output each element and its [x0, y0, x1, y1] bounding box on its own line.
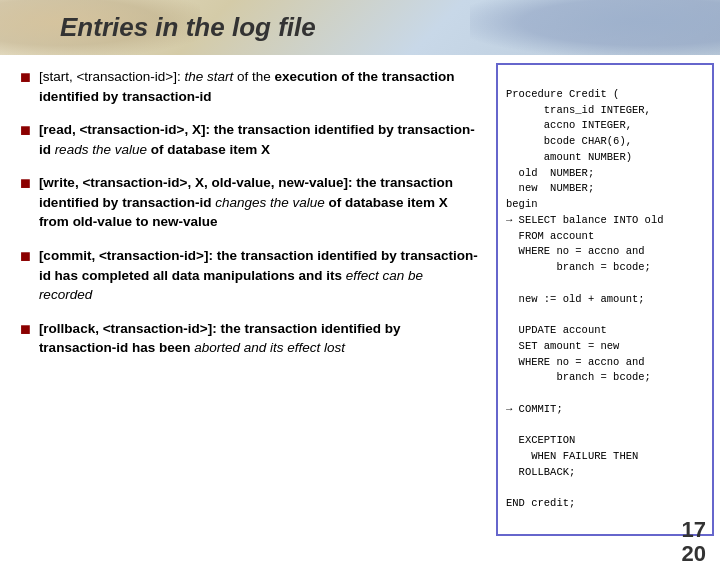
text-reads-the-value: reads the value [55, 142, 147, 157]
bullet-icon: ■ [20, 319, 31, 341]
text-changes-value: changes the value [215, 195, 325, 210]
text-aborted: aborted and its effect lost [194, 340, 345, 355]
bullet-start-text: [start, <transaction-id>]: the start of … [39, 67, 478, 106]
page-title: Entries in the log file [60, 12, 316, 43]
bullet-rollback-text: [rollback, <transaction-id>]: the transa… [39, 319, 478, 358]
code-procedure-header: Procedure Credit ( trans_id INTEGER, acc… [506, 88, 651, 210]
list-item: ■ [commit, <transaction-id>]: the transa… [20, 246, 478, 305]
list-item: ■ [rollback, <transaction-id>]: the tran… [20, 319, 478, 358]
header-decor-right [470, 0, 720, 55]
text-the-start: the start [184, 69, 233, 84]
text-read-of-x: of database item X [147, 142, 270, 157]
left-panel: ■ [start, <transaction-id>]: the start o… [0, 55, 488, 576]
code-arrow-select: → SELECT balance INTO old FROM account W… [506, 214, 664, 510]
bullet-commit-text: [commit, <transaction-id>]: the transact… [39, 246, 478, 305]
page-numbers: 17 20 [682, 518, 706, 566]
bullet-icon: ■ [20, 173, 31, 195]
bullet-write-text: [write, <transaction-id>, X, old-value, … [39, 173, 478, 232]
bullet-icon: ■ [20, 246, 31, 268]
bullet-icon: ■ [20, 120, 31, 142]
code-box: Procedure Credit ( trans_id INTEGER, acc… [496, 63, 714, 536]
list-item: ■ [start, <transaction-id>]: the start o… [20, 67, 478, 106]
page-number-top: 17 [682, 518, 706, 542]
right-panel: Procedure Credit ( trans_id INTEGER, acc… [488, 55, 720, 576]
bullet-icon: ■ [20, 67, 31, 89]
text-start-of: of the [233, 69, 274, 84]
page-number-bottom: 20 [682, 542, 706, 566]
bullet-read-text: [read, <transaction-id>, X]: the transac… [39, 120, 478, 159]
main-content: ■ [start, <transaction-id>]: the start o… [0, 55, 720, 576]
text-start-bracket: [start, <transaction-id>]: [39, 69, 185, 84]
list-item: ■ [write, <transaction-id>, X, old-value… [20, 173, 478, 232]
list-item: ■ [read, <transaction-id>, X]: the trans… [20, 120, 478, 159]
